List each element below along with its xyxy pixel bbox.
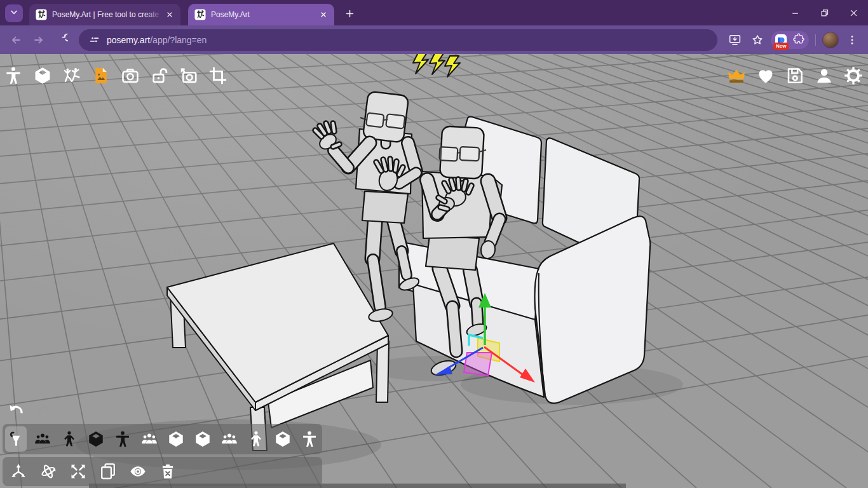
tab-posemy-art-home[interactable]: PoseMy.Art | Free tool to create xyxy=(29,4,180,25)
tab-search-button[interactable] xyxy=(5,4,23,22)
premium-button[interactable] xyxy=(726,64,747,87)
profile-avatar[interactable] xyxy=(822,32,839,48)
app-toolbar-right xyxy=(726,64,864,87)
restore-button[interactable] xyxy=(810,0,839,25)
poses-library-button[interactable] xyxy=(61,64,83,87)
prop-object-button[interactable] xyxy=(85,426,107,452)
model-object-button[interactable] xyxy=(245,426,267,452)
minimize-button[interactable] xyxy=(780,0,810,25)
reference-image-button[interactable] xyxy=(90,64,112,87)
address-bar[interactable]: posemy.art/app/?lang=en xyxy=(79,29,717,51)
install-app-button[interactable] xyxy=(725,30,744,50)
scene-canvas[interactable] xyxy=(0,54,868,488)
tab-bar: PoseMy.Art | Free tool to create PoseMy.… xyxy=(0,0,868,25)
account-button[interactable] xyxy=(813,64,835,87)
model-object-button[interactable] xyxy=(112,426,133,452)
scale-tool-button[interactable] xyxy=(66,459,90,484)
address-toolbar: posemy.art/app/?lang=en New xyxy=(0,25,868,54)
extensions-area: New xyxy=(771,31,809,49)
transform-tools-bar xyxy=(3,457,322,486)
posemyart-favicon-icon xyxy=(36,9,47,20)
back-button[interactable] xyxy=(6,30,25,50)
rotate-tool-button[interactable] xyxy=(36,459,60,484)
light-object-button[interactable] xyxy=(5,426,27,452)
add-prop-button[interactable] xyxy=(32,64,53,87)
extensions-puzzle-icon[interactable] xyxy=(792,32,805,48)
site-settings-icon[interactable] xyxy=(86,32,102,48)
sider-extension-icon[interactable]: New xyxy=(775,34,787,46)
app-toolbar-left xyxy=(3,64,229,87)
tab-posemy-art-app[interactable]: PoseMy.Art xyxy=(188,4,334,25)
settings-button[interactable] xyxy=(843,64,864,87)
forward-button[interactable] xyxy=(29,30,48,50)
save-scene-button[interactable] xyxy=(784,64,806,87)
browser-window: PoseMy.Art | Free tool to create PoseMy.… xyxy=(0,0,868,488)
snapshot-camera-button[interactable] xyxy=(178,64,200,87)
url-path: /app/?lang=en xyxy=(150,35,207,45)
chevron-down-icon xyxy=(9,7,19,20)
tab-title-fade xyxy=(145,4,163,25)
close-window-button[interactable] xyxy=(839,0,868,25)
tab-close-button[interactable] xyxy=(164,9,175,20)
group-object-button[interactable] xyxy=(219,426,240,452)
visibility-tool-button[interactable] xyxy=(126,459,150,484)
browser-menu-button[interactable] xyxy=(843,30,862,50)
prop-object-button[interactable] xyxy=(272,426,294,452)
prop-object-button[interactable] xyxy=(192,426,214,452)
move-tool-button[interactable] xyxy=(6,459,31,484)
undo-button[interactable] xyxy=(5,398,27,421)
bookmark-star-button[interactable] xyxy=(748,30,767,50)
refresh-button[interactable] xyxy=(52,30,71,50)
group-object-button[interactable] xyxy=(32,426,53,452)
tab-close-button[interactable] xyxy=(318,9,329,20)
url-domain: posemy.art xyxy=(107,35,150,45)
prop-object-button[interactable] xyxy=(165,426,187,452)
delete-tool-button[interactable] xyxy=(156,459,180,484)
model-object-button[interactable] xyxy=(299,426,320,452)
model-object-button[interactable] xyxy=(58,426,80,452)
new-tab-button[interactable] xyxy=(341,4,358,22)
window-controls xyxy=(780,0,868,25)
scene-objects-bar xyxy=(3,424,322,454)
history-bar xyxy=(5,398,56,421)
group-object-button[interactable] xyxy=(139,426,160,452)
tab-title: PoseMy.Art xyxy=(211,10,318,19)
favorites-button[interactable] xyxy=(755,64,776,87)
lock-button[interactable] xyxy=(149,64,170,87)
posemyart-favicon-icon xyxy=(194,9,206,20)
render-camera-button[interactable] xyxy=(119,64,141,87)
extension-new-badge: New xyxy=(773,43,789,50)
redo-button[interactable] xyxy=(34,398,56,421)
add-model-button[interactable] xyxy=(3,64,24,87)
scene-viewport[interactable] xyxy=(0,54,868,488)
toolbar-separator xyxy=(815,34,816,46)
duplicate-tool-button[interactable] xyxy=(96,459,120,484)
crop-button[interactable] xyxy=(207,64,229,87)
